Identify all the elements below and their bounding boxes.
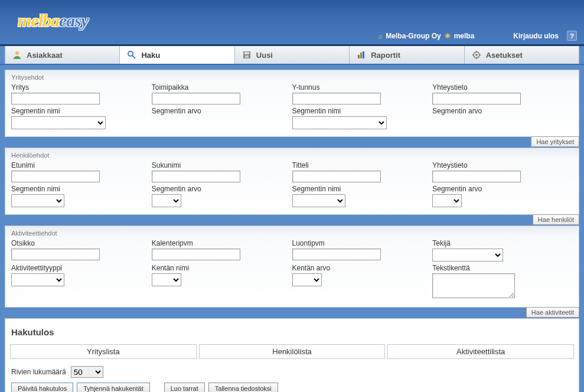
tab-customers-label: Asiakkaat xyxy=(27,51,63,60)
person-section-title: Henkilöehdot xyxy=(11,152,573,159)
save-file-button[interactable]: Tallenna tiedostoksi xyxy=(208,383,278,392)
app-header: melbaeasy ⌂ Melba-Group Oy ✳ melba Kirja… xyxy=(0,0,584,46)
svg-rect-5 xyxy=(245,55,249,58)
tyyppi-select[interactable] xyxy=(11,273,64,286)
disk-icon xyxy=(242,50,252,60)
person-segarvo2-select[interactable] xyxy=(432,194,462,207)
toimipaikka-label: Toimipaikka xyxy=(152,83,288,92)
create-labels-button[interactable]: Luo tarrat xyxy=(164,383,205,392)
activity-section-title: Aktiviteettiehdot xyxy=(11,230,573,237)
tyyppi-label: Aktiviteettityyppi xyxy=(11,264,147,272)
luontipvm-input[interactable] xyxy=(292,249,381,260)
activity-criteria-section: Aktiviteettiehdot Otsikko Kalenteripvm L… xyxy=(5,226,579,308)
rows-select[interactable]: 50 xyxy=(71,366,103,378)
person-segnimi-select[interactable] xyxy=(11,194,64,207)
action-toolbar: Päivitä hakutulos Tyhjennä hakukentät Lu… xyxy=(10,380,574,392)
person-yhteystieto-label: Yhteystieto xyxy=(432,161,568,169)
person-segnimi-label: Segmentin nimi xyxy=(11,185,147,193)
svg-rect-8 xyxy=(363,51,364,58)
sukunimi-input[interactable] xyxy=(152,171,240,182)
user-name: melba xyxy=(454,32,475,40)
toimipaikka-input[interactable] xyxy=(152,93,240,104)
kalenteripvm-input[interactable] xyxy=(152,249,240,260)
tab-settings-label: Asetukset xyxy=(486,51,523,60)
otsikko-input[interactable] xyxy=(11,249,100,260)
subtab-henkilolista[interactable]: Henkilölista xyxy=(199,344,386,359)
company-segnimi2-label: Segmentin nimi xyxy=(292,107,428,115)
kentan-arvo-label: Kentän arvo xyxy=(292,264,428,272)
tab-new-label: Uusi xyxy=(256,51,273,60)
yritys-input[interactable] xyxy=(11,93,100,104)
tab-search-label: Haku xyxy=(141,51,160,60)
tab-reports[interactable]: Raportit xyxy=(350,46,464,64)
kentan-nimi-label: Kentän nimi xyxy=(152,264,288,272)
svg-point-1 xyxy=(128,51,133,56)
tab-reports-label: Raportit xyxy=(371,51,400,60)
company-segnimi-select[interactable] xyxy=(11,116,106,129)
gear-icon xyxy=(472,50,481,60)
subtab-aktiviteettilista[interactable]: Aktiviteettilista xyxy=(387,344,574,359)
ytunnus-input[interactable] xyxy=(292,93,381,104)
company-segarvo2-label: Segmentin arvo xyxy=(432,107,568,115)
yritys-label: Yritys xyxy=(11,83,147,92)
kentan-nimi-select[interactable] xyxy=(152,273,181,286)
person-segarvo2-label: Segmentin arvo xyxy=(432,185,568,193)
chart-icon xyxy=(357,50,366,60)
results-subtabs: Yrityslista Henkilölista Aktiviteettilis… xyxy=(10,344,574,359)
otsikko-label: Otsikko xyxy=(11,239,147,247)
svg-rect-4 xyxy=(244,52,249,54)
search-activities-button[interactable]: Hae aktiviteetit xyxy=(526,307,579,318)
help-icon[interactable]: ? xyxy=(567,31,577,41)
person-segarvo-label: Segmentin arvo xyxy=(152,185,288,193)
subtab-yrityslista[interactable]: Yrityslista xyxy=(10,344,197,359)
luontipvm-label: Luontipvm xyxy=(292,239,428,247)
svg-line-2 xyxy=(132,55,135,58)
search-companies-button[interactable]: Hae yritykset xyxy=(531,136,579,147)
company-segnimi-label: Segmentin nimi xyxy=(11,107,147,115)
tekstikentta-textarea[interactable] xyxy=(432,273,515,298)
app-logo: melbaeasy xyxy=(18,11,88,31)
titteli-input[interactable] xyxy=(292,171,381,182)
ytunnus-label: Y-tunnus xyxy=(292,83,428,92)
etunimi-input[interactable] xyxy=(11,171,100,182)
person-yhteystieto-input[interactable] xyxy=(432,171,521,182)
clear-button[interactable]: Tyhjennä hakukentät xyxy=(77,383,150,392)
person-segarvo-select[interactable] xyxy=(152,194,181,207)
svg-rect-6 xyxy=(358,55,360,58)
tab-customers[interactable]: Asiakkaat xyxy=(5,46,120,64)
tekija-select[interactable] xyxy=(432,249,503,262)
person-segnimi2-select[interactable] xyxy=(292,194,345,207)
main-tabbar: Asiakkaat Haku Uusi Raportit Asetukset xyxy=(0,46,584,65)
svg-point-10 xyxy=(475,54,478,56)
company-segarvo-label: Segmentin arvo xyxy=(152,107,288,115)
company-segnimi2-select[interactable] xyxy=(292,116,387,129)
company-yhteystieto-input[interactable] xyxy=(432,93,521,104)
kalenteripvm-label: Kalenteripvm xyxy=(152,239,288,247)
company-name: Melba-Group Oy xyxy=(386,32,441,40)
tab-settings[interactable]: Asetukset xyxy=(465,46,579,64)
svg-rect-7 xyxy=(360,53,362,58)
tab-new[interactable]: Uusi xyxy=(235,46,350,64)
separator-icon: ✳ xyxy=(445,32,451,40)
tekstikentta-label: Tekstikenttä xyxy=(432,264,568,272)
home-icon: ⌂ xyxy=(379,32,383,40)
sukunimi-label: Sukunimi xyxy=(152,161,288,169)
etunimi-label: Etunimi xyxy=(11,161,147,169)
company-section-title: Yritysehdot xyxy=(11,74,573,81)
svg-point-0 xyxy=(15,51,19,55)
header-user-bar: ⌂ Melba-Group Oy ✳ melba Kirjaudu ulos ? xyxy=(379,31,577,41)
yhteystieto-label: Yhteystieto xyxy=(432,83,568,92)
results-section: Hakutulos Yrityslista Henkilölista Aktiv… xyxy=(5,318,579,392)
titteli-label: Titteli xyxy=(292,161,428,169)
rows-toolbar: Rivien lukumäärä 50 xyxy=(10,364,574,380)
results-title: Hakutulos xyxy=(11,327,573,337)
person-criteria-section: Henkilöehdot Etunimi Sukunimi Titteli Yh… xyxy=(5,148,579,215)
company-criteria-section: Yritysehdot Yritys Toimipaikka Y-tunnus … xyxy=(5,70,579,137)
kentan-arvo-select[interactable] xyxy=(292,273,322,286)
person-segnimi2-label: Segmentin nimi xyxy=(292,185,428,193)
person-icon xyxy=(12,50,22,60)
refresh-button[interactable]: Päivitä hakutulos xyxy=(11,383,73,392)
search-persons-button[interactable]: Hae henkilöt xyxy=(533,214,579,225)
tab-search[interactable]: Haku xyxy=(120,46,234,64)
logout-link[interactable]: Kirjaudu ulos xyxy=(513,32,559,40)
